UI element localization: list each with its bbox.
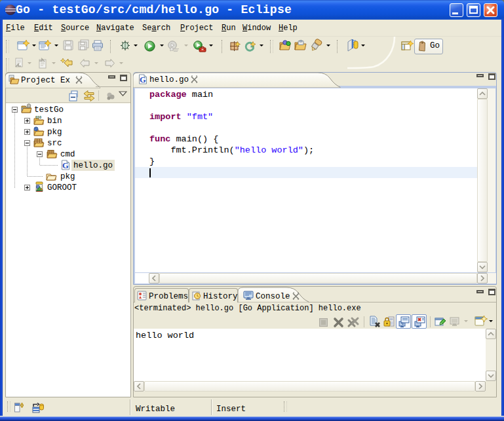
svg-text:G: G <box>140 75 146 84</box>
svg-text:G: G <box>62 161 69 170</box>
